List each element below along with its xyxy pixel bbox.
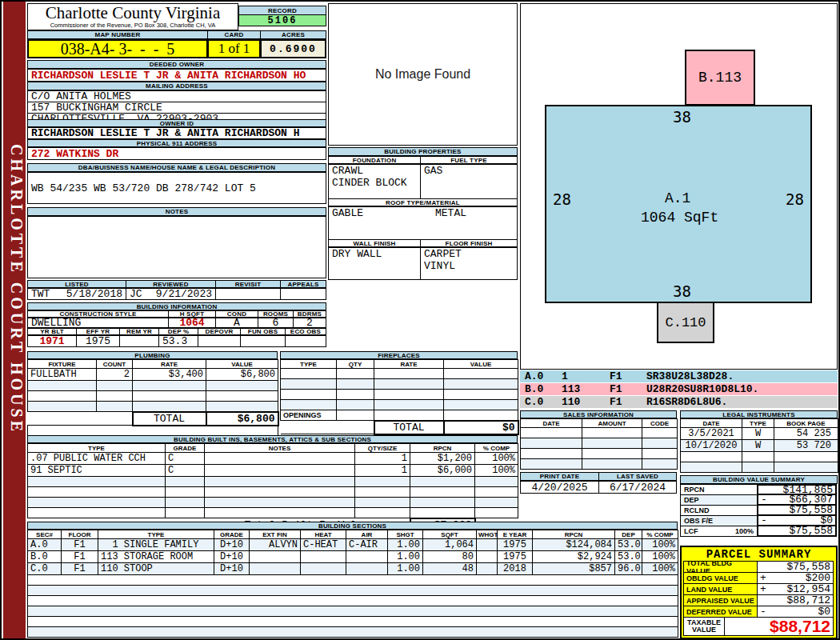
card-label: CARD — [207, 30, 261, 39]
dba-label: DBA/BUISNESS NAME/HOUSE NAME & LEGAL DES… — [27, 163, 326, 172]
effyr-label: EFF YR — [76, 328, 120, 335]
taxable-value: $88,712 — [724, 617, 834, 636]
fireplaces-title: FIREPLACES — [280, 351, 518, 359]
section-row: C.0F1110 STOOPD+101.00482018$85796.0100% — [28, 563, 678, 575]
legal-title: LEGAL INSTRUMENTS — [680, 410, 838, 418]
wall-finish-label: WALL FINISH — [328, 239, 421, 247]
title-block: Charlotte County Virginia Commissioner o… — [27, 3, 238, 30]
notes-label: NOTES — [27, 207, 326, 216]
builtins-row: .07 PUBLIC WATER CCHC1$1,200100% — [28, 453, 518, 465]
sidebar-text: CHARLOTTE COURT HOUSE — [8, 144, 26, 434]
sales-table: DATEAMOUNTCODE — [520, 418, 678, 470]
parcel-row: DEFERRED VALUE-$0 — [683, 606, 834, 618]
listed-label: LISTED — [27, 280, 126, 288]
sales-title: SALES INFORMATION — [520, 410, 677, 418]
plumbing-row: FULLBATH2$3,400$6,800 — [28, 369, 278, 381]
fuel-type-label: FUEL TYPE — [420, 156, 518, 164]
section-a-label: A.1 — [665, 190, 690, 206]
builtins-table: TYPEGRADENOTESQTY/SIZERPCN% COMP .07 PUB… — [27, 443, 518, 533]
rooms-label: ROOMS — [258, 310, 294, 318]
yrblt-label: YR BLT — [27, 328, 77, 335]
parcel-row: APPRAISED VALUE$88,712 — [683, 594, 834, 606]
owner-id-label: OWNER ID — [27, 119, 326, 127]
plumbing-title: PLUMBING — [27, 351, 278, 359]
building-info-title: BUILDING INFORMATION — [27, 302, 326, 310]
mailing-line-2: 157 BUCKINGHAM CIRCLE — [27, 102, 326, 114]
construction-style-value: DWELLING — [27, 318, 169, 328]
replacement-cost-label: Building Replacement Cost New — [98, 638, 533, 640]
dim-top: 38 — [673, 108, 691, 126]
sections-title: BUILDING SECTIONS — [27, 522, 678, 530]
value-summary-row: LCF100%$75,558 — [680, 526, 838, 537]
reviewed-value: JC9/21/2023 — [126, 288, 216, 300]
depovr-value — [198, 335, 241, 347]
legal-row: 10/1/2020W53 720 — [681, 440, 838, 452]
value-summary-table: RPCN$141,865 DEP-$66,307 RCLND$75,558 OB… — [680, 484, 838, 537]
bdrms-label: BDRMS — [293, 310, 326, 318]
dep-pct-value: 53.3 — [158, 335, 198, 347]
mailing-line-1: C/O ANITA HOLMES — [27, 90, 326, 102]
replacement-cost-value: $141,865 — [533, 638, 642, 640]
county-sidebar-banner: CHARLOTTE COURT HOUSE — [3, 2, 26, 638]
notes-value — [27, 216, 326, 278]
record-value: 5106 — [238, 14, 326, 26]
cond-value: A — [215, 318, 258, 328]
acres-value: 0.6900 — [260, 39, 326, 58]
acres-label: ACRES — [260, 30, 326, 39]
parcel-row: OBLDG VALUE+$200 — [683, 572, 834, 584]
taxable-label: TAXABLE VALUE — [683, 617, 725, 636]
dep-pct-label: DEP % — [158, 328, 198, 335]
construction-style-label: CONSTRUCTION STYLE — [27, 310, 169, 318]
mailing-address-label: MAILING ADDRESS — [27, 82, 326, 90]
legend-row-c: C.0110F1R16SR8D6L8U6. — [520, 396, 838, 408]
roof-label: ROOF TYPE/MATERIAL — [328, 198, 518, 206]
hsqft-label: H SQFT — [168, 310, 216, 318]
sketch-section-b: B.113 — [685, 50, 755, 106]
floor-finish-value: CARPETVINYL — [420, 247, 518, 280]
legend-row-a: A.01F1SR38U28L38D28. — [520, 370, 838, 382]
print-date-label: PRINT DATE — [520, 472, 599, 481]
ecoobs-label: ECO OBS — [285, 328, 326, 335]
fireplaces-total-label: TOTAL — [374, 421, 444, 434]
rooms-value: 6 — [258, 318, 294, 328]
physical-address-value: 272 WATKINS DR — [27, 147, 326, 160]
revisit-value — [215, 288, 281, 300]
parcel-summary: PARCEL SUMMARY TOTAL BLDG VALUE$75,558 O… — [680, 546, 838, 639]
section-row: A.0F1 1 SINGLE FAMILYD+10ALVYNC-HEATC-AI… — [28, 539, 678, 551]
deeded-owner-label: DEEDED OWNER — [27, 60, 326, 69]
sketch-section-a: 38 28 28 38 A.1 1064 SqFt — [545, 105, 812, 303]
legal-table: DATETYPEBOOK PAGE 3/5/2021W54 235 10/1/2… — [680, 418, 838, 473]
last-saved-value: 6/17/2024 — [598, 481, 677, 494]
floor-finish-label: FLOOR FINISH — [420, 239, 518, 247]
funobs-value — [240, 335, 286, 347]
fuel-type-value: GAS — [420, 164, 518, 199]
last-saved-label: LAST SAVED — [598, 472, 677, 481]
foundation-value: CRAWLCINDER BLOCK — [328, 164, 421, 199]
plumbing-table: FIXTURECOUNTRATEVALUE FULLBATH2$3,400$6,… — [27, 359, 279, 436]
map-number-value: 038-A4- 3- - - 5 — [27, 39, 208, 58]
appeals-label: APPEALS — [280, 280, 326, 288]
county-title: Charlotte County Virginia — [46, 5, 220, 22]
foundation-label: FOUNDATION — [328, 156, 421, 164]
properties-title: BUILDING PROPERTIES — [328, 147, 518, 156]
fireplaces-table: TYPEQTYRATEVALUE OPENINGS TOTAL$0 — [280, 359, 519, 435]
bdrms-value: 2 — [293, 318, 326, 328]
funobs-label: FUN OBS — [240, 328, 286, 335]
remyr-value — [119, 335, 159, 347]
section-row: B.0F1113 STORAGE ROOMD+101.00801975$2,92… — [28, 551, 678, 563]
effyr-value: 1975 — [76, 335, 120, 347]
plumbing-total-value: $6,800 — [206, 412, 278, 426]
dba-value: WB 54/235 WB 53/720 DB 278/742 LOT 5 — [27, 172, 326, 204]
fireplaces-total-value: $0 — [444, 421, 518, 434]
value-summary-title: BUILDING VALUE SUMMARY — [680, 475, 838, 484]
openings-label: OPENINGS — [281, 410, 337, 421]
legal-row: 3/5/2021W54 235 — [681, 428, 838, 440]
owner-id-value: RICHARDSON LESLIE T JR & ANITA RICHARDSO… — [27, 127, 326, 139]
sketch-section-c: C.110 — [657, 302, 714, 343]
depovr-label: DEPOVR — [198, 328, 241, 335]
sections-table: SEC#FLOORTYPEGRADEEXT FINHEATAIRSHGTSQFT… — [27, 530, 678, 640]
plumbing-total-label: TOTAL — [133, 412, 206, 426]
dim-right: 28 — [786, 190, 804, 208]
physical-address-label: PHYSICAL 911 ADDRESS — [27, 139, 326, 147]
roof-value: GABLEMETAL — [328, 206, 518, 240]
